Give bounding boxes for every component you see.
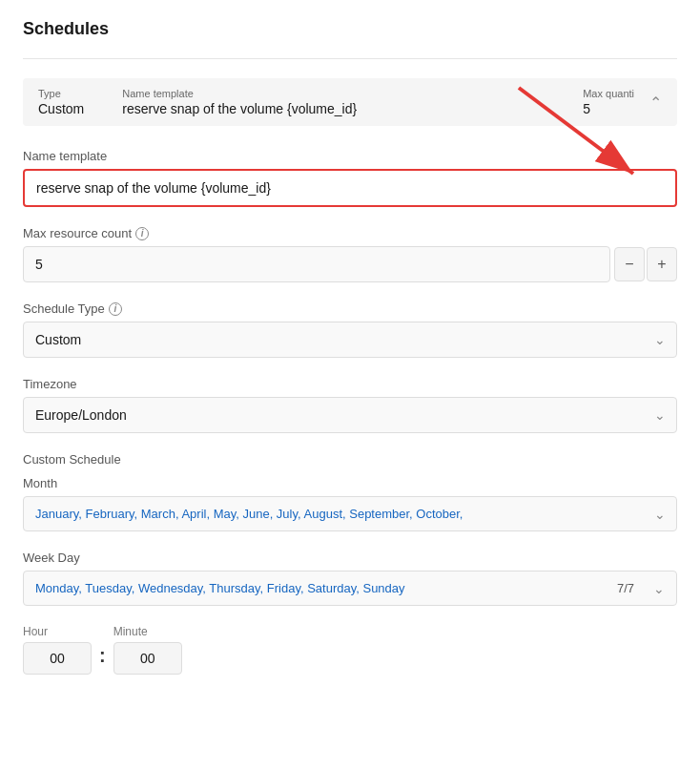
time-row: Hour : Minute <box>23 625 677 675</box>
decrement-button[interactable]: − <box>614 247 645 281</box>
timezone-group: Timezone Europe/London ⌄ <box>23 377 677 433</box>
summary-type-label: Type <box>38 88 84 99</box>
schedule-type-label: Schedule Type <box>23 301 105 316</box>
max-resource-group: Max resource count i 5 − + <box>23 226 677 282</box>
summary-type-col: Type Custom <box>38 88 84 116</box>
minute-group: Minute <box>113 625 182 675</box>
weekday-chevron-icon: ⌄ <box>653 581 665 596</box>
hour-group: Hour <box>23 625 92 675</box>
schedule-type-select-wrapper: Custom Daily Weekly Monthly ⌄ <box>23 322 677 358</box>
schedule-type-info-icon[interactable]: i <box>109 302 122 316</box>
hour-input[interactable] <box>23 642 92 675</box>
custom-schedule-label: Custom Schedule <box>23 452 677 467</box>
timezone-select[interactable]: Europe/London <box>23 397 677 433</box>
weekday-select[interactable]: Monday, Tuesday, Wednesday, Thursday, Fr… <box>23 571 677 606</box>
month-label: Month <box>23 476 57 490</box>
summary-maxq-label: Max quanti <box>583 88 634 99</box>
schedule-type-label-row: Schedule Type i <box>23 301 677 316</box>
max-resource-display: 5 <box>23 246 610 282</box>
month-label-row: Month <box>23 476 677 490</box>
timezone-label-row: Timezone <box>23 377 677 391</box>
name-template-group: Name template <box>23 149 677 207</box>
summary-collapse-icon[interactable]: ⌃ <box>649 94 662 112</box>
minute-label: Minute <box>113 625 182 638</box>
max-resource-label-row: Max resource count i <box>23 226 677 240</box>
summary-maxq-value: 5 <box>583 101 634 116</box>
name-template-input[interactable] <box>23 169 677 207</box>
weekday-label-row: Week Day <box>23 551 677 565</box>
schedule-type-select[interactable]: Custom Daily Weekly Monthly <box>23 322 677 358</box>
max-resource-info-icon[interactable]: i <box>135 227 149 240</box>
max-resource-input-row: 5 − + <box>23 246 677 282</box>
summary-row[interactable]: Type Custom Name template reserve snap o… <box>23 78 677 126</box>
max-resource-label: Max resource count <box>23 226 132 240</box>
summary-maxq-col: Max quanti 5 <box>583 88 634 116</box>
page-title: Schedules <box>23 19 677 39</box>
weekday-group: Week Day Monday, Tuesday, Wednesday, Thu… <box>23 551 677 606</box>
summary-name-value: reserve snap of the volume {volume_id} <box>122 101 583 116</box>
weekday-label: Week Day <box>23 551 80 565</box>
increment-button[interactable]: + <box>647 247 677 281</box>
header-divider <box>23 58 677 59</box>
time-separator: : <box>99 645 106 675</box>
minute-input[interactable] <box>113 642 182 675</box>
month-group: Month January, February, March, April, M… <box>23 476 677 531</box>
timezone-select-wrapper: Europe/London ⌄ <box>23 397 677 433</box>
custom-schedule-section: Custom Schedule Month January, February,… <box>23 452 677 675</box>
summary-type-value: Custom <box>38 101 84 116</box>
hour-label: Hour <box>23 625 92 638</box>
month-select-wrapper: January, February, March, April, May, Ju… <box>23 496 677 531</box>
weekday-count: 7/7 <box>617 581 634 595</box>
number-controls: − + <box>614 247 677 281</box>
month-select[interactable]: January, February, March, April, May, Ju… <box>23 496 677 531</box>
weekday-value: Monday, Tuesday, Wednesday, Thursday, Fr… <box>35 581 617 595</box>
name-template-label: Name template <box>23 149 107 163</box>
summary-name-col: Name template reserve snap of the volume… <box>122 88 583 116</box>
timezone-label: Timezone <box>23 377 77 391</box>
schedule-type-group: Schedule Type i Custom Daily Weekly Mont… <box>23 301 677 358</box>
name-template-label-row: Name template <box>23 149 677 163</box>
summary-name-label: Name template <box>122 88 583 99</box>
page-container: Schedules Type Custom Name template rese… <box>0 0 700 769</box>
